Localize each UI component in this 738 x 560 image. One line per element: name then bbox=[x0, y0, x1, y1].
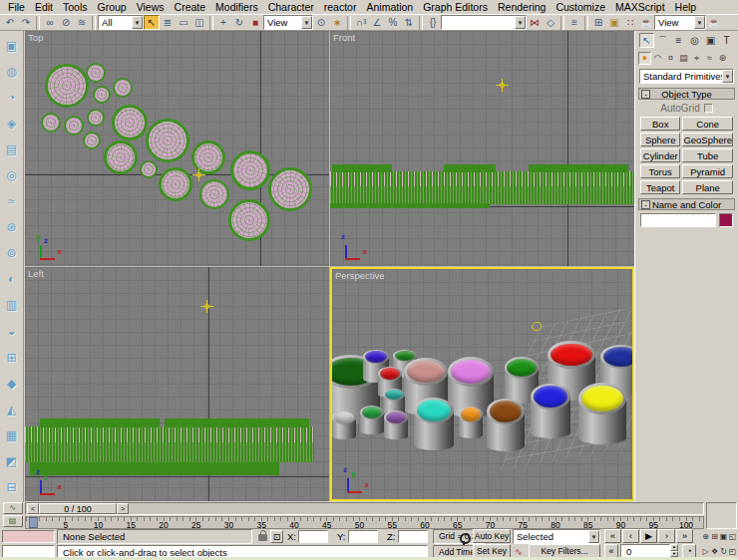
paint-can[interactable] bbox=[531, 384, 570, 438]
menu-edit[interactable]: Edit bbox=[30, 0, 58, 14]
cloth-collection-icon[interactable]: ◍ bbox=[3, 64, 21, 80]
named-selection-dropdown[interactable]: ▼ bbox=[441, 15, 527, 30]
utilities-icon[interactable]: ⊟ bbox=[3, 479, 21, 495]
collapse-icon[interactable]: - bbox=[641, 90, 650, 99]
paint-cans-left-view[interactable] bbox=[165, 419, 309, 427]
deforming-mesh-collection-icon[interactable]: ▤ bbox=[3, 141, 21, 157]
category-shapes[interactable]: ◠ bbox=[651, 52, 664, 65]
current-frame-field[interactable]: 0 bbox=[620, 544, 670, 558]
primitive-category-dropdown[interactable]: Standard Primitives ▼ bbox=[639, 69, 734, 84]
rigid-body-collection-icon[interactable]: ▣ bbox=[3, 38, 21, 54]
track-bar[interactable]: 0510152025303540455055606570758085909510… bbox=[25, 516, 704, 529]
soft-body-collection-icon[interactable]: ◔ bbox=[3, 90, 21, 106]
chevron-down-icon[interactable]: ▼ bbox=[588, 530, 599, 543]
paint-can-top-view[interactable] bbox=[113, 78, 133, 98]
zoom-icon[interactable]: ⊕ bbox=[701, 529, 710, 543]
snaps-toggle-icon[interactable]: ∩³ bbox=[353, 15, 369, 30]
paint-can-top-view[interactable] bbox=[86, 63, 106, 83]
paint-cans-left-view[interactable] bbox=[40, 419, 160, 427]
viewport-top[interactable]: Top yxz bbox=[25, 31, 329, 266]
undo-icon[interactable]: ↶ bbox=[2, 15, 18, 30]
percent-snap-icon[interactable]: % bbox=[385, 15, 401, 30]
go-to-start-button[interactable]: « bbox=[604, 529, 621, 543]
current-frame-label[interactable]: 0 / 100 bbox=[39, 503, 117, 514]
menu-create[interactable]: Create bbox=[170, 0, 211, 14]
z-coord-field[interactable] bbox=[398, 530, 428, 543]
set-key-button[interactable]: Set Key bbox=[473, 544, 511, 558]
maxscript-mini-listener-pink[interactable] bbox=[2, 530, 55, 543]
paint-can-top-view[interactable] bbox=[140, 160, 158, 178]
bind-to-space-warp-icon[interactable]: ≋ bbox=[74, 15, 90, 30]
paint-can-top-view[interactable] bbox=[45, 64, 89, 108]
zoom-extents-all-icon[interactable]: ◱ bbox=[728, 529, 737, 543]
paint-can-top-view[interactable] bbox=[83, 132, 101, 149]
primitive-button-torus[interactable]: Torus bbox=[640, 164, 680, 178]
menu-modifiers[interactable]: Modifiers bbox=[210, 0, 263, 14]
unlink-selection-icon[interactable]: ⊘ bbox=[58, 15, 74, 30]
reference-coordinate-dropdown[interactable]: View▼ bbox=[263, 15, 313, 30]
frame-spinner[interactable]: ▲▼ bbox=[670, 544, 678, 557]
menu-tools[interactable]: Tools bbox=[58, 0, 93, 14]
paint-can[interactable] bbox=[414, 398, 454, 450]
tab-display[interactable]: ▣ bbox=[703, 33, 718, 48]
plane-icon[interactable]: ◎ bbox=[3, 167, 21, 183]
paint-can[interactable] bbox=[360, 406, 384, 434]
primitive-button-cylinder[interactable]: Cylinder bbox=[640, 148, 680, 162]
mini-track-button[interactable]: ▤ bbox=[3, 515, 23, 527]
primitive-button-teapot[interactable]: Teapot bbox=[640, 180, 680, 194]
field-of-view-icon[interactable]: ▷ bbox=[701, 544, 710, 558]
select-and-move-icon[interactable]: + bbox=[215, 15, 231, 30]
zoom-all-icon[interactable]: ⊞ bbox=[710, 529, 719, 543]
align-icon[interactable]: ◇ bbox=[543, 15, 558, 30]
layer-manager-icon[interactable]: ≡ bbox=[566, 15, 582, 30]
paint-can-top-view[interactable] bbox=[146, 119, 189, 162]
autogrid-checkbox[interactable] bbox=[704, 104, 713, 113]
arc-rotate-icon[interactable]: ↻ bbox=[719, 544, 728, 558]
render-type-dropdown[interactable]: View▼ bbox=[654, 15, 706, 30]
auto-key-button[interactable]: Auto Key bbox=[473, 529, 511, 543]
paint-cans-front-view[interactable] bbox=[330, 203, 490, 208]
angle-snap-icon[interactable]: ∠ bbox=[369, 15, 385, 30]
tab-hierarchy[interactable]: ≡ bbox=[671, 33, 686, 48]
preview-animation-icon[interactable]: ◩ bbox=[3, 453, 21, 469]
time-selection-dropdown[interactable]: Selected ▼ bbox=[513, 529, 600, 544]
category-space-warps[interactable]: ≈ bbox=[703, 52, 716, 65]
render-scene-icon[interactable]: ☕ bbox=[638, 15, 654, 30]
rope-collection-icon[interactable]: ◈ bbox=[3, 116, 21, 132]
toy-car-icon[interactable]: ▥ bbox=[3, 297, 21, 313]
category-helpers[interactable]: ⌖ bbox=[690, 52, 703, 65]
selection-lock-icon[interactable] bbox=[258, 534, 267, 541]
category-geometry[interactable]: ● bbox=[638, 52, 651, 65]
paint-can-top-view[interactable] bbox=[268, 167, 312, 211]
menu-maxscript[interactable]: MAXScript bbox=[610, 0, 670, 14]
paint-can-top-view[interactable] bbox=[41, 113, 61, 133]
absolute-offset-toggle[interactable]: ⊡ bbox=[270, 530, 283, 543]
pan-icon[interactable]: ❖ bbox=[710, 544, 719, 558]
curve-editor-icon[interactable]: ⊞ bbox=[590, 15, 606, 30]
paint-can-top-view[interactable] bbox=[230, 150, 270, 190]
chevron-down-icon[interactable]: ▼ bbox=[722, 70, 733, 83]
go-to-end-button[interactable]: » bbox=[676, 529, 693, 543]
select-and-scale-icon[interactable]: ■ bbox=[247, 15, 263, 30]
menu-graph-editors[interactable]: Graph Editors bbox=[418, 0, 493, 14]
primitive-button-cone[interactable]: Cone bbox=[682, 117, 733, 131]
category-cameras[interactable]: ▤ bbox=[677, 52, 690, 65]
previous-key-arrow[interactable]: < bbox=[27, 503, 39, 514]
category-lights[interactable]: ¤ bbox=[664, 52, 677, 65]
object-type-rollout[interactable]: - Object Type bbox=[638, 88, 735, 100]
chevron-down-icon[interactable]: ▼ bbox=[694, 16, 705, 29]
paint-cans-front-view[interactable] bbox=[330, 171, 634, 204]
rectangular-selection-region-icon[interactable]: ▭ bbox=[176, 15, 191, 30]
menu-animation[interactable]: Animation bbox=[361, 0, 418, 14]
menu-reactor[interactable]: reactor bbox=[319, 0, 362, 14]
tab-create[interactable]: ↖ bbox=[639, 33, 654, 48]
select-and-link-icon[interactable]: ∞ bbox=[42, 15, 58, 30]
paint-cans-left-view[interactable] bbox=[30, 462, 279, 475]
name-color-rollout[interactable]: - Name and Color bbox=[638, 198, 735, 210]
primitive-button-geosphere[interactable]: GeoSphere bbox=[682, 133, 733, 146]
select-by-name-icon[interactable]: ≣ bbox=[160, 15, 176, 30]
paint-can[interactable] bbox=[487, 399, 525, 451]
frame-indicator[interactable] bbox=[29, 517, 38, 528]
paint-can[interactable] bbox=[459, 407, 483, 438]
paint-can[interactable] bbox=[384, 411, 408, 439]
